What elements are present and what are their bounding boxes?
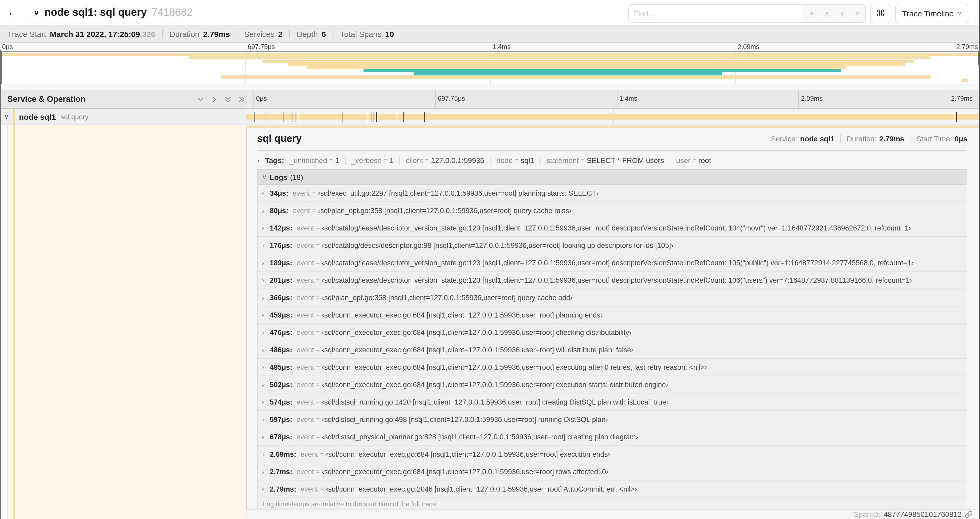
log-row[interactable]: ›80μs:event=‹sql/plan_opt.go:358 [nsql1,… — [258, 202, 967, 219]
log-row[interactable]: ›2.79ms:event=‹sql/conn_executor_exec.go… — [258, 481, 967, 498]
chevron-right-icon[interactable]: › — [262, 259, 270, 267]
find-group: ⌖∧∨✕ — [628, 4, 865, 23]
log-marker[interactable] — [374, 112, 374, 122]
log-row[interactable]: ›189μs:event=‹sql/catalog/lease/descript… — [258, 254, 967, 271]
chevron-right-icon[interactable]: › — [262, 415, 270, 423]
log-row[interactable]: ›366μs:event=‹sql/plan_opt.go:358 [nsql1… — [258, 289, 967, 307]
tag-key: user — [676, 156, 690, 164]
log-row[interactable]: ›476μs:event=‹sql/conn_executor_exec.go:… — [258, 324, 967, 341]
log-marker[interactable] — [376, 112, 377, 122]
chevron-right-icon[interactable]: › — [262, 468, 270, 476]
deep-link-icon[interactable] — [965, 510, 973, 518]
log-marker[interactable] — [299, 112, 299, 122]
log-marker[interactable] — [397, 112, 397, 122]
chevron-right-icon[interactable]: › — [262, 206, 270, 214]
tag-key: node — [496, 156, 513, 164]
chevron-down-icon: ∨ — [957, 10, 962, 17]
log-row[interactable]: ›459μs:event=‹sql/conn_executor_exec.go:… — [258, 307, 967, 324]
log-row[interactable]: ›2.7ms:event=‹sql/conn_executor_exec.go:… — [258, 463, 967, 481]
log-marker[interactable] — [371, 112, 371, 122]
locate-icon[interactable]: ⌖ — [804, 5, 819, 22]
span-duration-bar[interactable] — [246, 114, 980, 120]
log-timestamp: 176μs: — [270, 241, 293, 249]
log-marker[interactable] — [342, 112, 343, 122]
trace-minimap[interactable] — [0, 51, 980, 85]
log-row[interactable]: ›495μs:event=‹sql/conn_executor_exec.go:… — [258, 359, 967, 376]
back-button[interactable]: ← — [0, 0, 25, 25]
chevron-right-icon[interactable]: › — [262, 276, 270, 284]
axis-gridline — [617, 90, 617, 108]
chevron-right-icon[interactable]: › — [262, 346, 270, 354]
log-marker[interactable] — [292, 112, 293, 122]
find-input[interactable] — [628, 5, 803, 22]
header-controls: ⌖∧∨✕ ⌘ Trace Timeline ∨ — [628, 4, 969, 23]
vertical-scrollbar[interactable] — [979, 0, 980, 519]
back-arrow-icon: ← — [7, 6, 18, 18]
log-marker[interactable] — [953, 112, 954, 122]
span-row-name-cell[interactable]: ∨ node sql1 sql query — [0, 109, 246, 125]
log-marker[interactable] — [378, 112, 378, 122]
chevron-right-icon[interactable]: › — [262, 311, 270, 319]
chevron-right-icon[interactable]: › — [262, 224, 270, 232]
row-gutter — [0, 128, 8, 519]
log-equals: = — [316, 468, 320, 475]
stat-label: Duration: — [847, 134, 877, 143]
trace-meta-suffix: .326 — [140, 29, 155, 38]
log-marker[interactable] — [255, 112, 255, 122]
close-icon[interactable]: ✕ — [850, 5, 865, 22]
log-row[interactable]: ›597μs:event=‹sql/distsql_running.go:498… — [258, 411, 967, 428]
chevron-right-icon[interactable]: › — [262, 294, 270, 302]
collapse-one-icon[interactable] — [197, 96, 204, 103]
column-resizer[interactable] — [249, 101, 252, 107]
expand-all-icon[interactable] — [238, 96, 245, 103]
chevron-right-icon[interactable]: › — [262, 398, 270, 406]
chevron-right-icon[interactable]: › — [262, 189, 270, 197]
chevron-up-icon[interactable]: ∧ — [819, 5, 835, 22]
log-marker[interactable] — [366, 112, 367, 122]
chevron-right-icon[interactable]: › — [262, 380, 270, 388]
log-marker[interactable] — [956, 112, 956, 122]
log-row[interactable]: ›176μs:event=‹sql/catalog/descs/descript… — [258, 237, 967, 254]
expand-one-icon[interactable] — [210, 96, 218, 103]
separator — [333, 29, 333, 38]
log-event-value: ‹sql/catalog/lease/descriptor_version_st… — [322, 224, 911, 232]
log-row[interactable]: ›201μs:event=‹sql/catalog/lease/descript… — [258, 271, 967, 289]
span-row[interactable]: ∨ node sql1 sql query — [0, 109, 980, 125]
log-event-value: ‹sql/conn_executor_exec.go:684 [nsql1,cl… — [322, 328, 632, 336]
log-marker[interactable] — [283, 112, 284, 122]
log-row[interactable]: ›142μs:event=‹sql/catalog/lease/descript… — [258, 219, 967, 237]
trace-collapse-icon[interactable]: ∨ — [33, 8, 40, 17]
trace-view-selector[interactable]: Trace Timeline ∨ — [895, 4, 969, 23]
log-marker[interactable] — [403, 112, 403, 122]
log-row[interactable]: ›678μs:event=‹sql/distsql_physical_plann… — [258, 428, 967, 446]
chevron-down-icon[interactable]: ∨ — [835, 5, 850, 22]
log-field-key: event — [297, 398, 314, 406]
next-span-name-cell — [0, 125, 246, 128]
chevron-right-icon[interactable]: › — [262, 485, 270, 493]
log-marker[interactable] — [424, 112, 425, 122]
log-row[interactable]: ›574μs:event=‹sql/distsql_running.go:142… — [258, 393, 967, 411]
logs-header[interactable]: ∨ Logs (18) — [258, 170, 967, 185]
tag-value: root — [698, 156, 711, 164]
chevron-right-icon[interactable]: › — [262, 450, 270, 458]
time-tick-label: 1.4ms — [493, 43, 511, 51]
chevron-right-icon[interactable]: › — [262, 433, 270, 441]
chevron-right-icon[interactable]: › — [257, 156, 265, 164]
log-row[interactable]: ›486μs:event=‹sql/conn_executor_exec.go:… — [258, 341, 967, 359]
span-collapse-icon[interactable]: ∨ — [4, 113, 11, 120]
log-marker[interactable] — [296, 112, 296, 122]
log-row[interactable]: ›34μs:event=‹sql/exec_util.go:2297 [nsql… — [258, 185, 967, 202]
span-row-timeline-cell[interactable] — [246, 109, 980, 125]
minimap-span-bar — [221, 75, 931, 78]
chevron-right-icon[interactable]: › — [262, 363, 270, 371]
service-operation-header: Service & Operation — [0, 90, 253, 109]
log-row[interactable]: ›2.69ms:event=‹sql/conn_executor_exec.go… — [258, 446, 967, 463]
tags-row[interactable]: › Tags: _unfinished=1_verbose=1client=12… — [257, 156, 967, 164]
log-row[interactable]: ›502μs:event=‹sql/conn_executor_exec.go:… — [258, 376, 967, 393]
collapse-all-icon[interactable] — [224, 96, 231, 103]
tag-key: _verbose — [352, 156, 382, 164]
chevron-right-icon[interactable]: › — [262, 241, 270, 249]
keyboard-shortcuts-button[interactable]: ⌘ — [870, 4, 891, 23]
chevron-right-icon[interactable]: › — [262, 328, 270, 336]
log-marker[interactable] — [267, 112, 267, 122]
